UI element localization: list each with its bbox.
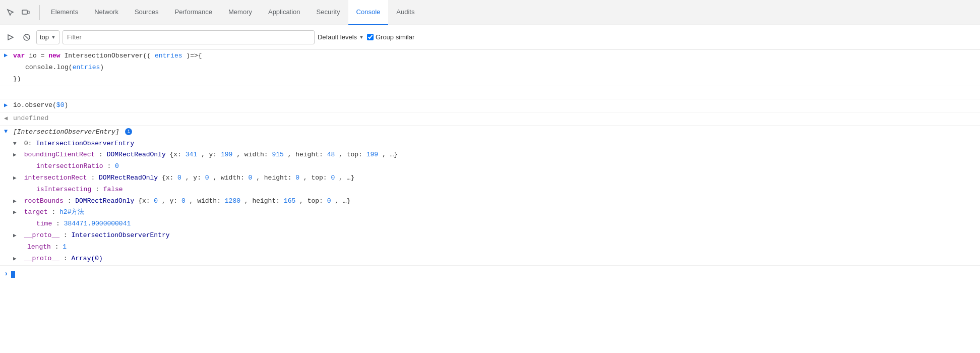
tab-divider-1 — [39, 5, 40, 20]
expand-target[interactable]: ▶ — [13, 208, 20, 217]
tab-audits[interactable]: Audits — [388, 0, 422, 25]
expand-proto-1[interactable]: ▶ — [13, 231, 20, 241]
tab-elements[interactable]: Elements — [43, 0, 86, 25]
context-selector[interactable]: top ▼ — [36, 30, 59, 44]
filter-input[interactable] — [63, 30, 315, 44]
device-toolbar-icon[interactable] — [19, 6, 32, 19]
output-content-1: undefined — [13, 113, 980, 124]
output-arrow-1: ◀ — [4, 113, 13, 124]
tab-sources[interactable]: Sources — [127, 0, 167, 25]
console-entry-log-1: ▼ [IntersectionObserverEntry] i ▼ 0: Int… — [0, 126, 980, 266]
log-arrow-1: ▼ — [4, 127, 13, 137]
expand-rb[interactable]: ▶ — [13, 197, 20, 206]
tab-icons — [4, 6, 32, 19]
console-prompt-line[interactable]: › — [0, 266, 980, 281]
console-toolbar: top ▼ Default levels ▼ Group similar — [0, 25, 980, 49]
execute-script-icon[interactable] — [4, 31, 17, 44]
prompt-cursor — [11, 271, 15, 278]
proto-1-line: ▶ __proto__ : IntersectionObserverEntry — [13, 230, 976, 242]
inspect-element-icon[interactable] — [4, 6, 17, 19]
console-blank-1 — [0, 86, 980, 99]
svg-rect-1 — [28, 11, 29, 14]
expand-0[interactable]: ▼ — [13, 140, 20, 149]
input-content-1: var io = new IntersectionObserver(( entr… — [13, 50, 980, 85]
intersection-ratio-line: intersectionRatio : 0 — [13, 161, 976, 172]
prompt-caret: › — [4, 268, 8, 279]
array-label-line: [IntersectionObserverEntry] i — [13, 127, 976, 138]
code-line-2: console.log(entries) — [13, 62, 976, 74]
tab-application[interactable]: Application — [260, 0, 309, 25]
levels-label: Default levels — [318, 33, 357, 41]
log-content-1: [IntersectionObserverEntry] i ▼ 0: Inter… — [13, 127, 980, 265]
expand-proto-2[interactable]: ▶ — [13, 255, 20, 264]
context-value: top — [40, 33, 49, 41]
bounding-client-rect-line: ▶ boundingClientRect : DOMRectReadOnly {… — [13, 149, 976, 161]
blank-arrow — [4, 87, 13, 88]
console-entry-output-1: ◀ undefined — [0, 112, 980, 126]
length-line: length : 1 — [13, 242, 976, 253]
levels-arrow: ▼ — [359, 34, 364, 40]
group-similar-label[interactable]: Group similar — [367, 33, 414, 41]
context-dropdown-arrow: ▼ — [51, 34, 56, 40]
blank-content — [13, 87, 980, 98]
input-arrow-2: ▶ — [4, 100, 13, 110]
tab-memory[interactable]: Memory — [220, 0, 260, 25]
proto-2-line: ▶ __proto__ : Array(0) — [13, 253, 976, 265]
group-similar-checkbox[interactable] — [367, 34, 374, 40]
tab-console[interactable]: Console — [348, 0, 389, 25]
console-entry-input-2: ▶ io.observe($0) — [0, 99, 980, 112]
entry-0-line: ▼ 0: IntersectionObserverEntry — [13, 138, 976, 150]
expand-ir[interactable]: ▶ — [13, 174, 20, 183]
info-icon[interactable]: i — [125, 128, 132, 135]
console-area: ▶ var io = new IntersectionObserver(( en… — [0, 49, 980, 353]
clear-console-icon[interactable] — [20, 31, 33, 44]
svg-marker-2 — [8, 35, 13, 40]
svg-line-4 — [25, 36, 28, 39]
time-line: time : 384471.9000000041 — [13, 218, 976, 230]
svg-rect-0 — [22, 10, 27, 14]
input-content-2: io.observe($0) — [13, 100, 980, 111]
code-line-1: var io = new IntersectionObserver(( entr… — [13, 50, 976, 62]
log-levels-selector[interactable]: Default levels ▼ — [318, 33, 364, 41]
tab-network[interactable]: Network — [86, 0, 127, 25]
console-entry-input-1: ▶ var io = new IntersectionObserver(( en… — [0, 49, 980, 86]
tab-security[interactable]: Security — [309, 0, 348, 25]
target-line: ▶ target : h2#方法 — [13, 207, 976, 218]
code-line-3: }) — [13, 74, 976, 85]
tab-performance[interactable]: Performance — [167, 0, 220, 25]
tab-bar: Elements Network Sources Performance Mem… — [0, 0, 980, 25]
is-intersecting-line: isIntersecting : false — [13, 184, 976, 196]
intersection-rect-line: ▶ intersectionRect : DOMRectReadOnly {x:… — [13, 172, 976, 184]
input-arrow-1: ▶ — [4, 50, 13, 61]
root-bounds-line: ▶ rootBounds : DOMRectReadOnly {x: 0 , y… — [13, 196, 976, 207]
expand-bcr[interactable]: ▶ — [13, 151, 20, 160]
